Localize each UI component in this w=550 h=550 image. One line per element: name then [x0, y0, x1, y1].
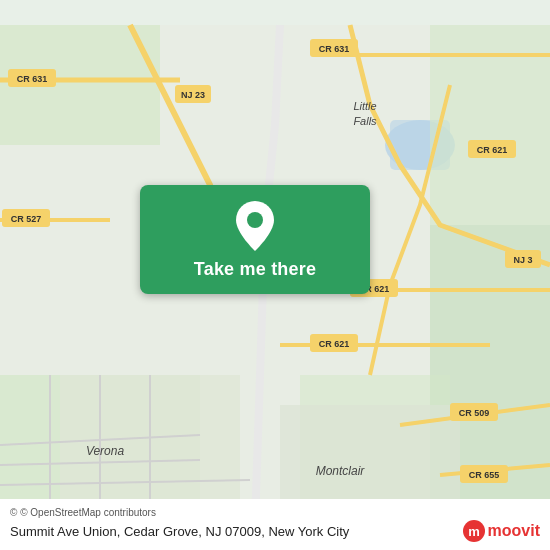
svg-text:CR 621: CR 621 [319, 339, 350, 349]
svg-text:CR 631: CR 631 [17, 74, 48, 84]
copyright-symbol: © [10, 507, 17, 518]
svg-text:CR 655: CR 655 [469, 470, 500, 480]
svg-text:CR 527: CR 527 [11, 214, 42, 224]
svg-text:NJ 23: NJ 23 [181, 90, 205, 100]
address-line: Summit Ave Union, Cedar Grove, NJ 07009,… [10, 520, 540, 542]
svg-text:CR 621: CR 621 [477, 145, 508, 155]
take-me-there-label: Take me there [194, 259, 316, 294]
take-me-there-button[interactable]: Take me there [140, 185, 370, 294]
moovit-icon: m [463, 520, 485, 542]
osm-attribution: © © OpenStreetMap contributors [10, 507, 540, 518]
svg-text:Falls: Falls [353, 115, 377, 127]
svg-text:CR 509: CR 509 [459, 408, 490, 418]
map-container: CR 631 NJ 23 CR 527 CR 621 NJ 3 CR 621 C… [0, 0, 550, 550]
osm-text: © OpenStreetMap contributors [20, 507, 156, 518]
bottom-bar: © © OpenStreetMap contributors Summit Av… [0, 499, 550, 550]
svg-text:NJ 3: NJ 3 [513, 255, 532, 265]
moovit-logo: m moovit [463, 520, 540, 542]
svg-text:Verona: Verona [86, 444, 125, 458]
svg-point-47 [247, 212, 263, 228]
svg-text:m: m [468, 524, 480, 539]
svg-text:Montclair: Montclair [316, 464, 366, 478]
map-pin-icon [236, 185, 274, 259]
address-text: Summit Ave Union, Cedar Grove, NJ 07009,… [10, 524, 463, 539]
svg-text:Little: Little [353, 100, 376, 112]
svg-text:CR 631: CR 631 [319, 44, 350, 54]
moovit-text: moovit [488, 522, 540, 540]
